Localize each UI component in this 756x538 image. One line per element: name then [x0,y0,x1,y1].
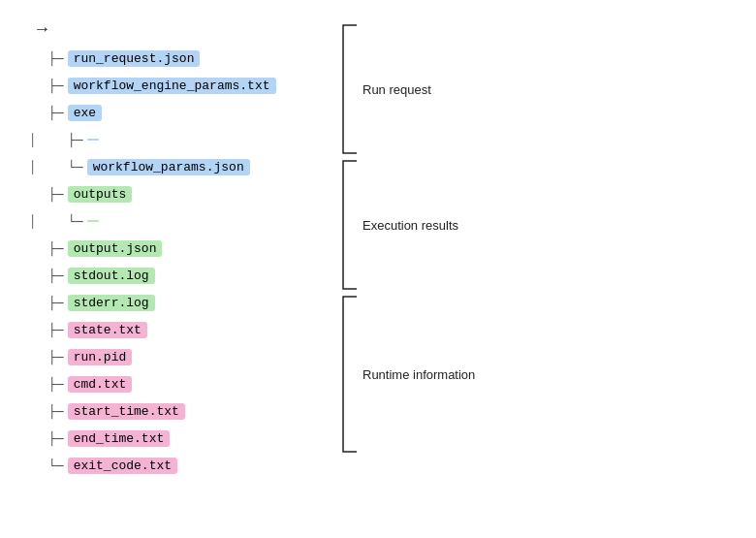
root-line: → [29,19,320,39]
indent: │ [29,160,48,174]
bracket-label: Execution results [362,218,458,233]
tree-item: ├─state.txt [29,316,320,343]
tree-section: → ├─run_request.json├─workflow_engine_pa… [29,19,320,479]
tree-item: ├─stdout.log [29,262,320,289]
connector: └─ [48,459,64,473]
tree-item: │└─workflow_params.json [29,153,320,180]
tree-item: │└─ [29,207,320,235]
tree-label: cmd.txt [68,376,133,393]
tree-label: output.json [68,240,163,257]
tree-label: start_time.txt [68,403,185,420]
connector: ├─ [48,431,64,446]
connector: ├─ [48,241,64,256]
bracket-label: Run request [362,82,431,97]
tree-item: ├─exe [29,99,320,126]
bracket-group: Run request [339,23,431,155]
tree-item: ├─workflow_engine_params.txt [29,72,320,99]
connector: └─ [68,160,83,174]
connector: ├─ [48,269,64,283]
connector: ├─ [48,323,64,337]
tree-label: exe [68,105,102,121]
tree-item: ├─output.json [29,235,320,262]
tree-item: └─exit_code.txt [29,452,320,479]
tree-item: ├─cmd.txt [29,370,320,397]
tree-label: workflow_engine_params.txt [68,78,276,94]
bracket-svg [339,159,357,291]
connector: ├─ [68,133,83,147]
tree-container: ├─run_request.json├─workflow_engine_para… [29,45,320,479]
tree-item: ├─stderr.log [29,289,320,316]
tree-label: state.txt [68,322,147,338]
connector: ├─ [48,404,64,419]
connector: └─ [68,214,83,229]
connector: ├─ [48,187,64,202]
tree-item: ├─run.pid [29,343,320,370]
tree-item: ├─end_time.txt [29,425,320,452]
connector: ├─ [48,51,64,66]
bracket-svg [339,23,357,155]
connector: ├─ [48,79,64,93]
tree-item: ├─start_time.txt [29,397,320,425]
tree-label: run_request.json [68,50,201,67]
tree-item: ├─outputs [29,180,320,207]
bracket-group: Execution results [339,159,458,291]
tree-label: stdout.log [68,268,155,284]
tree-label: exit_code.txt [68,458,177,474]
tree-item: ├─run_request.json [29,45,320,72]
tree-label [87,220,99,222]
tree-label: stderr.log [68,295,155,311]
main-container: → ├─run_request.json├─workflow_engine_pa… [0,0,756,498]
bracket-svg [339,295,357,454]
tree-label [87,139,99,141]
connector: ├─ [48,106,64,120]
bracket-label: Runtime information [362,367,475,382]
bracket-group: Runtime information [339,295,475,454]
tree-label: end_time.txt [68,430,171,447]
tree-item: │├─ [29,126,320,153]
connector: ├─ [48,350,64,364]
arrow-icon: → [37,19,47,39]
tree-label: outputs [68,186,133,203]
indent: │ [29,214,48,229]
connector: ├─ [48,377,64,392]
annotations-section: Run request Execution results Runtime in… [339,19,727,479]
indent: │ [29,133,48,147]
connector: ├─ [48,296,64,310]
tree-label: run.pid [68,349,133,365]
tree-label: workflow_params.json [87,159,250,175]
